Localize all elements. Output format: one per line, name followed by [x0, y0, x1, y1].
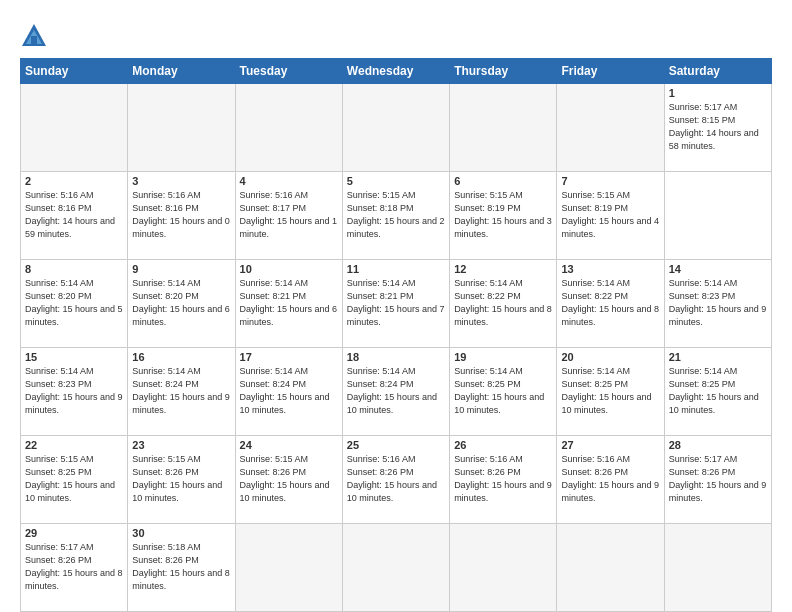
- day-number: 29: [25, 527, 123, 539]
- day-number: 11: [347, 263, 445, 275]
- calendar-empty-cell: [450, 84, 557, 172]
- cell-info: Sunrise: 5:14 AMSunset: 8:21 PMDaylight:…: [240, 277, 338, 329]
- calendar-day-cell: 18Sunrise: 5:14 AMSunset: 8:24 PMDayligh…: [342, 348, 449, 436]
- calendar-day-cell: 9Sunrise: 5:14 AMSunset: 8:20 PMDaylight…: [128, 260, 235, 348]
- cell-info: Sunrise: 5:17 AMSunset: 8:15 PMDaylight:…: [669, 101, 767, 153]
- day-number: 12: [454, 263, 552, 275]
- cell-info: Sunrise: 5:15 AMSunset: 8:26 PMDaylight:…: [240, 453, 338, 505]
- day-number: 21: [669, 351, 767, 363]
- cell-info: Sunrise: 5:15 AMSunset: 8:19 PMDaylight:…: [561, 189, 659, 241]
- day-number: 26: [454, 439, 552, 451]
- cell-info: Sunrise: 5:14 AMSunset: 8:23 PMDaylight:…: [669, 277, 767, 329]
- day-number: 14: [669, 263, 767, 275]
- day-number: 17: [240, 351, 338, 363]
- cell-info: Sunrise: 5:18 AMSunset: 8:26 PMDaylight:…: [132, 541, 230, 593]
- day-number: 20: [561, 351, 659, 363]
- calendar-header-row: SundayMondayTuesdayWednesdayThursdayFrid…: [21, 59, 772, 84]
- calendar-header-sunday: Sunday: [21, 59, 128, 84]
- cell-info: Sunrise: 5:14 AMSunset: 8:22 PMDaylight:…: [454, 277, 552, 329]
- cell-info: Sunrise: 5:14 AMSunset: 8:24 PMDaylight:…: [347, 365, 445, 417]
- day-number: 30: [132, 527, 230, 539]
- day-number: 16: [132, 351, 230, 363]
- calendar-day-cell: 14Sunrise: 5:14 AMSunset: 8:23 PMDayligh…: [664, 260, 771, 348]
- day-number: 23: [132, 439, 230, 451]
- calendar-empty-cell: [342, 524, 449, 612]
- calendar-day-cell: 20Sunrise: 5:14 AMSunset: 8:25 PMDayligh…: [557, 348, 664, 436]
- calendar-header-thursday: Thursday: [450, 59, 557, 84]
- calendar-day-cell: 5Sunrise: 5:15 AMSunset: 8:18 PMDaylight…: [342, 172, 449, 260]
- calendar-day-cell: 2Sunrise: 5:16 AMSunset: 8:16 PMDaylight…: [21, 172, 128, 260]
- calendar-day-cell: 30Sunrise: 5:18 AMSunset: 8:26 PMDayligh…: [128, 524, 235, 612]
- cell-info: Sunrise: 5:14 AMSunset: 8:21 PMDaylight:…: [347, 277, 445, 329]
- svg-rect-2: [31, 36, 37, 44]
- day-number: 13: [561, 263, 659, 275]
- calendar-day-cell: 27Sunrise: 5:16 AMSunset: 8:26 PMDayligh…: [557, 436, 664, 524]
- day-number: 10: [240, 263, 338, 275]
- cell-info: Sunrise: 5:17 AMSunset: 8:26 PMDaylight:…: [669, 453, 767, 505]
- cell-info: Sunrise: 5:15 AMSunset: 8:18 PMDaylight:…: [347, 189, 445, 241]
- calendar-day-cell: 21Sunrise: 5:14 AMSunset: 8:25 PMDayligh…: [664, 348, 771, 436]
- calendar-day-cell: 8Sunrise: 5:14 AMSunset: 8:20 PMDaylight…: [21, 260, 128, 348]
- cell-info: Sunrise: 5:15 AMSunset: 8:19 PMDaylight:…: [454, 189, 552, 241]
- calendar-empty-cell: [235, 84, 342, 172]
- day-number: 19: [454, 351, 552, 363]
- day-number: 18: [347, 351, 445, 363]
- day-number: 28: [669, 439, 767, 451]
- calendar-header-tuesday: Tuesday: [235, 59, 342, 84]
- day-number: 25: [347, 439, 445, 451]
- cell-info: Sunrise: 5:14 AMSunset: 8:20 PMDaylight:…: [25, 277, 123, 329]
- calendar-week-row: 22Sunrise: 5:15 AMSunset: 8:25 PMDayligh…: [21, 436, 772, 524]
- calendar-day-cell: 6Sunrise: 5:15 AMSunset: 8:19 PMDaylight…: [450, 172, 557, 260]
- calendar-table: SundayMondayTuesdayWednesdayThursdayFrid…: [20, 58, 772, 612]
- page: SundayMondayTuesdayWednesdayThursdayFrid…: [0, 0, 792, 612]
- cell-info: Sunrise: 5:14 AMSunset: 8:25 PMDaylight:…: [561, 365, 659, 417]
- calendar-day-cell: 22Sunrise: 5:15 AMSunset: 8:25 PMDayligh…: [21, 436, 128, 524]
- calendar-day-cell: 7Sunrise: 5:15 AMSunset: 8:19 PMDaylight…: [557, 172, 664, 260]
- calendar-header-saturday: Saturday: [664, 59, 771, 84]
- calendar-empty-cell: [21, 84, 128, 172]
- calendar-day-cell: 4Sunrise: 5:16 AMSunset: 8:17 PMDaylight…: [235, 172, 342, 260]
- calendar-header-monday: Monday: [128, 59, 235, 84]
- calendar-week-row: 2Sunrise: 5:16 AMSunset: 8:16 PMDaylight…: [21, 172, 772, 260]
- cell-info: Sunrise: 5:16 AMSunset: 8:26 PMDaylight:…: [347, 453, 445, 505]
- calendar-day-cell: 23Sunrise: 5:15 AMSunset: 8:26 PMDayligh…: [128, 436, 235, 524]
- calendar-day-cell: 15Sunrise: 5:14 AMSunset: 8:23 PMDayligh…: [21, 348, 128, 436]
- cell-info: Sunrise: 5:15 AMSunset: 8:25 PMDaylight:…: [25, 453, 123, 505]
- day-number: 27: [561, 439, 659, 451]
- calendar-empty-cell: [557, 84, 664, 172]
- calendar-day-cell: 1Sunrise: 5:17 AMSunset: 8:15 PMDaylight…: [664, 84, 771, 172]
- cell-info: Sunrise: 5:16 AMSunset: 8:26 PMDaylight:…: [454, 453, 552, 505]
- cell-info: Sunrise: 5:14 AMSunset: 8:24 PMDaylight:…: [240, 365, 338, 417]
- day-number: 6: [454, 175, 552, 187]
- calendar-empty-cell: [235, 524, 342, 612]
- cell-info: Sunrise: 5:14 AMSunset: 8:25 PMDaylight:…: [669, 365, 767, 417]
- calendar-day-cell: 13Sunrise: 5:14 AMSunset: 8:22 PMDayligh…: [557, 260, 664, 348]
- day-number: 4: [240, 175, 338, 187]
- day-number: 8: [25, 263, 123, 275]
- calendar-week-row: 1Sunrise: 5:17 AMSunset: 8:15 PMDaylight…: [21, 84, 772, 172]
- cell-info: Sunrise: 5:14 AMSunset: 8:25 PMDaylight:…: [454, 365, 552, 417]
- calendar-empty-cell: [342, 84, 449, 172]
- day-number: 5: [347, 175, 445, 187]
- day-number: 22: [25, 439, 123, 451]
- calendar-header-friday: Friday: [557, 59, 664, 84]
- calendar-empty-cell: [557, 524, 664, 612]
- calendar-day-cell: 11Sunrise: 5:14 AMSunset: 8:21 PMDayligh…: [342, 260, 449, 348]
- calendar-empty-cell: [128, 84, 235, 172]
- cell-info: Sunrise: 5:17 AMSunset: 8:26 PMDaylight:…: [25, 541, 123, 593]
- calendar-day-cell: 25Sunrise: 5:16 AMSunset: 8:26 PMDayligh…: [342, 436, 449, 524]
- cell-info: Sunrise: 5:16 AMSunset: 8:17 PMDaylight:…: [240, 189, 338, 241]
- day-number: 24: [240, 439, 338, 451]
- calendar-day-cell: 26Sunrise: 5:16 AMSunset: 8:26 PMDayligh…: [450, 436, 557, 524]
- day-number: 1: [669, 87, 767, 99]
- calendar-empty-cell: [450, 524, 557, 612]
- cell-info: Sunrise: 5:14 AMSunset: 8:22 PMDaylight:…: [561, 277, 659, 329]
- cell-info: Sunrise: 5:16 AMSunset: 8:16 PMDaylight:…: [25, 189, 123, 241]
- calendar-day-cell: 17Sunrise: 5:14 AMSunset: 8:24 PMDayligh…: [235, 348, 342, 436]
- calendar-day-cell: 29Sunrise: 5:17 AMSunset: 8:26 PMDayligh…: [21, 524, 128, 612]
- calendar-week-row: 29Sunrise: 5:17 AMSunset: 8:26 PMDayligh…: [21, 524, 772, 612]
- header: [20, 18, 772, 50]
- calendar-empty-cell: [664, 524, 771, 612]
- calendar-week-row: 15Sunrise: 5:14 AMSunset: 8:23 PMDayligh…: [21, 348, 772, 436]
- day-number: 7: [561, 175, 659, 187]
